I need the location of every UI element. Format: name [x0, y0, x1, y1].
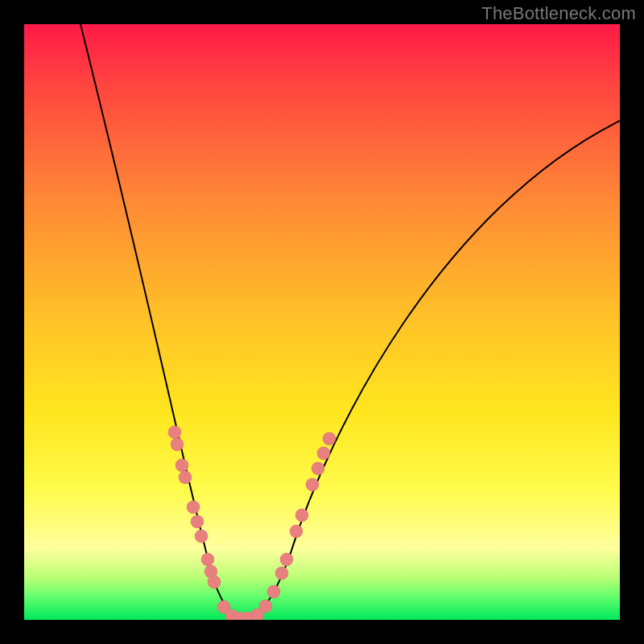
beads-right-group — [251, 432, 336, 620]
bottleneck-curve — [80, 24, 620, 618]
data-bead — [179, 471, 192, 484]
data-bead — [259, 600, 272, 613]
chart-plot-area — [24, 24, 620, 620]
data-bead — [280, 553, 293, 566]
data-bead — [175, 459, 188, 472]
data-bead — [323, 432, 336, 445]
data-bead — [295, 509, 308, 522]
data-bead — [317, 447, 330, 460]
data-bead — [306, 478, 319, 491]
chart-svg — [24, 24, 620, 620]
data-bead — [275, 567, 288, 580]
data-bead — [267, 585, 280, 598]
data-bead — [187, 501, 200, 514]
watermark-text: TheBottleneck.com — [481, 3, 636, 24]
data-bead — [312, 462, 324, 475]
data-bead — [290, 525, 303, 538]
data-bead — [191, 515, 204, 528]
data-bead — [171, 438, 184, 451]
data-bead — [195, 530, 208, 543]
beads-left-group — [168, 426, 254, 620]
data-bead — [208, 576, 221, 588]
data-bead — [168, 426, 181, 439]
data-bead — [201, 553, 214, 566]
